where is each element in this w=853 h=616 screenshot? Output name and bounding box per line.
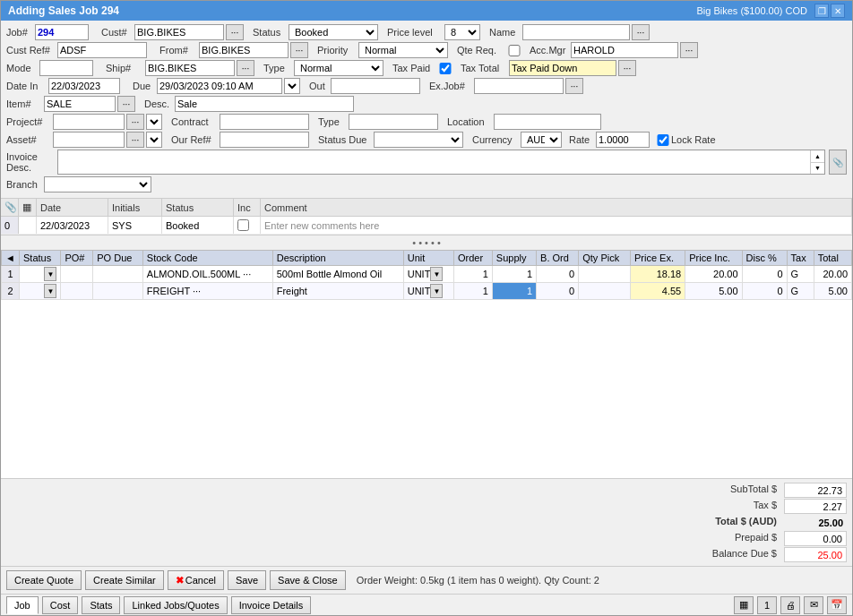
due-label: Due (133, 81, 155, 91)
currency-select[interactable]: AUD (521, 132, 562, 148)
scroll-down-btn[interactable]: ▼ (811, 163, 824, 175)
date-in-input[interactable] (48, 78, 120, 94)
grid-view-button[interactable]: ▦ (734, 596, 754, 614)
job-input[interactable] (35, 24, 89, 40)
tab-invoice-details[interactable]: Invoice Details (231, 596, 312, 614)
location-input[interactable] (494, 114, 601, 130)
acc-mgr-input[interactable] (571, 42, 678, 58)
ex-job-input[interactable] (474, 78, 564, 94)
table-container: ◄ Status PO# PO Due Stock Code Descripti… (1, 250, 852, 566)
cust-ref-input[interactable] (57, 42, 147, 58)
invoice-desc-action-btn[interactable]: 📎 (829, 150, 847, 175)
due-period-select[interactable] (284, 78, 300, 94)
create-quote-button[interactable]: Create Quote (6, 570, 82, 590)
acc-mgr-dots-button[interactable]: ··· (680, 42, 698, 58)
tax-total-dots-button[interactable]: ··· (618, 60, 636, 76)
project-dots-button[interactable]: ··· (126, 114, 144, 130)
priority-select[interactable]: Normal (358, 42, 448, 58)
email-button[interactable]: ✉ (804, 596, 823, 614)
balance-label: Balance Due $ (712, 547, 777, 562)
create-similar-button[interactable]: Create Similar (85, 570, 164, 590)
tab-job[interactable]: Job (6, 596, 39, 614)
scroll-up-btn[interactable]: ▲ (811, 150, 824, 163)
save-button[interactable]: Save (228, 570, 266, 590)
log-comment-header: Comment (261, 199, 852, 216)
tax-paid-checkbox[interactable] (439, 63, 452, 74)
row-2-price-ex: 4.55 (630, 283, 685, 300)
log-row-empty (19, 217, 37, 234)
row-2-tax: G (787, 283, 814, 300)
save-close-button[interactable]: Save & Close (270, 570, 346, 590)
project-input[interactable] (53, 114, 125, 130)
cancel-button[interactable]: ✖ Cancel (168, 570, 224, 590)
asset-input[interactable] (53, 132, 125, 148)
page-indicator[interactable]: 1 (757, 596, 777, 614)
type2-input[interactable] (349, 114, 438, 130)
col-price-ex: Price Ex. (630, 251, 685, 266)
out-input[interactable] (331, 78, 420, 94)
branch-select[interactable] (44, 176, 151, 192)
status-due-select[interactable] (374, 132, 463, 148)
location-label: Location (447, 116, 492, 127)
item-dots-button[interactable]: ··· (117, 96, 135, 112)
row-1-description: 500ml Bottle Almond Oil (272, 266, 403, 283)
job-label: Job# (6, 27, 33, 38)
table-area[interactable]: ◄ Status PO# PO Due Stock Code Descripti… (1, 250, 852, 478)
ship-dots-button[interactable]: ··· (237, 60, 254, 76)
desc-input[interactable] (175, 96, 354, 112)
log-row: 0 22/03/2023 SYS Booked Enter new commen… (1, 217, 852, 235)
qte-req-checkbox[interactable] (508, 45, 521, 56)
close-button[interactable]: ✕ (831, 4, 845, 18)
log-inc-checkbox[interactable] (237, 219, 249, 231)
name-input[interactable] (522, 24, 630, 40)
col-supply: Supply (492, 251, 536, 266)
desc-label: Desc. (144, 98, 173, 109)
total-value: 25.00 (784, 515, 847, 530)
tax-total-input[interactable] (509, 60, 616, 76)
status-due-label: Status Due (318, 134, 372, 145)
asset-select[interactable] (146, 132, 162, 148)
tab-cost[interactable]: Cost (42, 596, 79, 614)
item-input[interactable] (44, 96, 116, 112)
date-in-label: Date In (6, 81, 47, 91)
row-1-status: ▼ (20, 266, 61, 283)
tab-stats[interactable]: Stats (82, 596, 120, 614)
from-input[interactable] (199, 42, 289, 58)
row-1-total: 20.00 (814, 266, 851, 283)
invoice-desc-label: InvoiceDesc. (6, 151, 56, 173)
status-select[interactable]: Booked (289, 24, 378, 40)
calendar-button[interactable]: 📅 (827, 596, 847, 614)
rate-input[interactable] (596, 132, 650, 148)
mode-input[interactable] (39, 60, 93, 76)
price-level-select[interactable]: 8 (444, 24, 480, 40)
ship-label: Ship# (106, 63, 143, 73)
our-ref-input[interactable] (220, 132, 309, 148)
ex-job-dots-button[interactable]: ··· (565, 78, 583, 94)
type-label: Type (263, 63, 292, 73)
tax-total-label: Tax Total (461, 63, 507, 73)
name-label: Name (489, 27, 521, 38)
cust-input[interactable] (134, 24, 224, 40)
row-1-supply: 1 (492, 266, 536, 283)
from-dots-button[interactable]: ··· (290, 42, 308, 58)
due-input[interactable] (157, 78, 282, 94)
lock-rate-checkbox[interactable] (657, 134, 669, 146)
ship-input[interactable] (145, 60, 235, 76)
project-select[interactable] (146, 114, 162, 130)
subtotal-label: SubTotal $ (712, 483, 777, 498)
type-select[interactable]: Normal (294, 60, 383, 76)
asset-dots-button[interactable]: ··· (126, 132, 144, 148)
name-dots-button[interactable]: ··· (632, 24, 650, 40)
form-row-3: Mode Ship# ··· Type Normal Tax Paid Tax … (6, 60, 847, 76)
balance-value: 25.00 (784, 547, 847, 562)
tab-bar: Job Cost Stats Linked Jobs/Quotes Invoic… (1, 594, 852, 615)
cust-dots-button[interactable]: ··· (226, 24, 244, 40)
invoice-desc-input[interactable] (62, 154, 821, 170)
print-button[interactable]: 🖨 (780, 596, 800, 614)
tab-linked-jobs[interactable]: Linked Jobs/Quotes (124, 596, 227, 614)
contract-input[interactable] (220, 114, 309, 130)
restore-button[interactable]: ❐ (814, 4, 829, 18)
company-name: Big Bikes ($100.00) COD (697, 5, 808, 16)
log-grid-col: ▦ (19, 199, 37, 216)
row-2-stock-code: FREIGHT ··· (142, 283, 272, 300)
